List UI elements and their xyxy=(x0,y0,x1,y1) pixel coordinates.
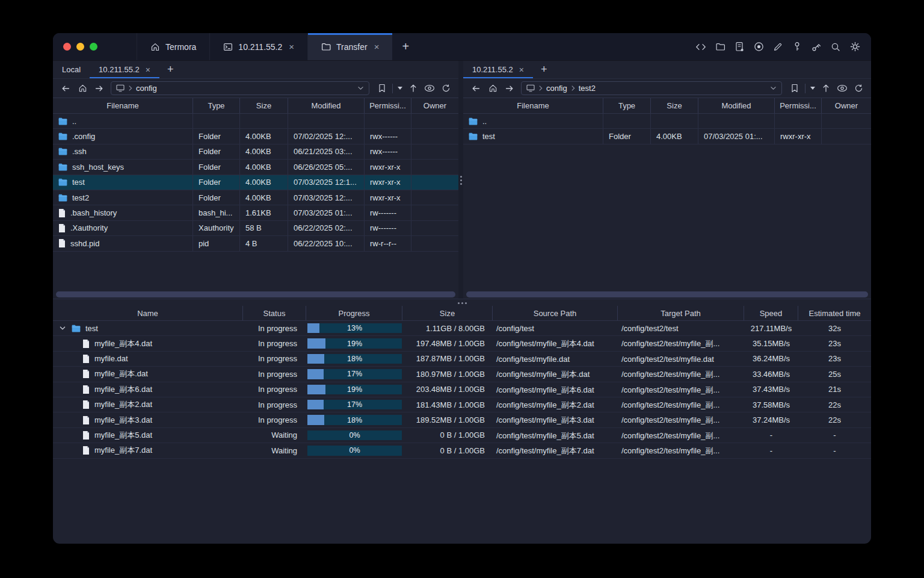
transfer-row[interactable]: myfile_副本3.datIn progress18%189.52MB / 1… xyxy=(53,412,871,427)
column-header[interactable]: Progress xyxy=(306,306,402,320)
column-header[interactable]: Type xyxy=(603,98,651,113)
transfer-row[interactable]: myfile_副本7.datWaiting0%0 B / 1.00GB/conf… xyxy=(53,443,871,458)
column-header[interactable]: Modified xyxy=(698,98,775,113)
column-header[interactable]: Filename xyxy=(53,98,193,113)
tab-remote-session[interactable]: 10.211.55.2 × xyxy=(463,61,533,78)
column-header[interactable]: Source Path xyxy=(493,306,618,320)
tab-remote-session[interactable]: 10.211.55.2 × xyxy=(90,61,159,78)
file-row[interactable]: .configFolder4.00KB07/02/2025 12:...rwx-… xyxy=(53,129,458,144)
minimize-window-button[interactable] xyxy=(76,43,84,51)
log-icon[interactable] xyxy=(733,40,746,54)
column-header[interactable]: Type xyxy=(193,98,240,113)
tab-session[interactable]: 10.211.55.2 × xyxy=(209,33,307,60)
forward-icon[interactable] xyxy=(502,81,517,96)
column-header[interactable]: Filename xyxy=(463,98,603,113)
tab-termora[interactable]: Termora xyxy=(137,33,209,60)
scrollbar-thumb[interactable] xyxy=(56,291,455,297)
column-header[interactable]: Permissi... xyxy=(775,98,822,113)
estimated-time-cell: 32s xyxy=(798,321,871,335)
column-header[interactable]: Size xyxy=(402,306,493,320)
file-row[interactable]: sshd.pidpid4 B06/22/2025 10:...rw-r--r-- xyxy=(53,236,458,251)
zoom-window-button[interactable] xyxy=(90,43,97,51)
column-header[interactable]: Status xyxy=(243,306,306,320)
keychain-icon[interactable] xyxy=(810,40,823,54)
bookmark-icon[interactable] xyxy=(374,81,390,96)
close-tab-icon[interactable]: × xyxy=(289,42,294,52)
right-table-body: ..testFolder4.00KB07/03/2025 01:...rwxr-… xyxy=(463,114,871,290)
file-row[interactable]: .. xyxy=(53,114,458,129)
path-segment[interactable]: test2 xyxy=(579,84,596,93)
column-header[interactable]: Owner xyxy=(822,98,871,113)
scrollbar-thumb[interactable] xyxy=(466,291,868,297)
bookmark-icon[interactable] xyxy=(787,81,802,96)
file-row[interactable]: ssh_host_keysFolder4.00KB06/26/2025 05:.… xyxy=(53,160,458,175)
column-header[interactable]: Speed xyxy=(744,306,798,320)
transfer-row[interactable]: myfile.datIn progress18%187.87MB / 1.00G… xyxy=(53,352,871,367)
add-panel-tab-button[interactable]: + xyxy=(533,61,555,78)
home-icon[interactable] xyxy=(485,81,500,96)
caret-down-icon[interactable] xyxy=(808,87,818,90)
column-header[interactable]: Modified xyxy=(288,98,365,113)
home-icon[interactable] xyxy=(75,81,90,96)
upload-icon[interactable] xyxy=(818,81,834,96)
tab-transfer[interactable]: Transfer × xyxy=(307,33,392,60)
transfer-row[interactable]: myfile_副本5.datWaiting0%0 B / 1.00GB/conf… xyxy=(53,428,871,443)
column-header[interactable]: Permissi... xyxy=(365,98,411,113)
record-icon[interactable] xyxy=(752,40,765,54)
transfer-row[interactable]: myfile_副本4.datIn progress19%197.48MB / 1… xyxy=(53,336,871,351)
transfer-row[interactable]: myfile_副本.datIn progress17%180.97MB / 1.… xyxy=(53,367,871,382)
file-row[interactable]: test2Folder4.00KB07/03/2025 12:...rwxr-x… xyxy=(53,190,458,205)
upload-icon[interactable] xyxy=(405,81,421,96)
file-row[interactable]: testFolder4.00KB07/03/2025 01:...rwxr-xr… xyxy=(463,129,871,144)
code-icon[interactable] xyxy=(694,40,707,54)
tab-local[interactable]: Local xyxy=(53,61,90,78)
permissions-cell: rwx------ xyxy=(365,129,411,143)
left-path-bar[interactable]: config xyxy=(111,81,369,95)
path-segment[interactable]: config xyxy=(546,84,567,93)
horizontal-splitter[interactable] xyxy=(53,299,871,306)
column-header[interactable]: Estimated time xyxy=(798,306,871,320)
close-tab-icon[interactable]: × xyxy=(374,42,380,52)
edit-icon[interactable] xyxy=(771,40,784,54)
file-row[interactable]: testFolder4.00KB07/03/2025 12:1...rwxr-x… xyxy=(53,175,458,190)
back-icon[interactable] xyxy=(468,81,484,96)
transfer-row[interactable]: myfile_副本2.datIn progress17%181.43MB / 1… xyxy=(53,397,871,412)
transfer-row[interactable]: testIn progress13%1.11GB / 8.00GB/config… xyxy=(53,321,871,336)
file-row[interactable]: .. xyxy=(463,114,871,129)
forward-icon[interactable] xyxy=(91,81,107,96)
chevron-down-icon[interactable] xyxy=(357,86,364,90)
refresh-icon[interactable] xyxy=(851,81,866,96)
add-panel-tab-button[interactable]: + xyxy=(159,61,182,78)
filename-label: .bash_history xyxy=(70,208,117,217)
right-path-bar[interactable]: config test2 xyxy=(521,81,782,95)
expand-chevron-icon[interactable] xyxy=(58,326,67,330)
column-header[interactable]: Size xyxy=(651,98,698,113)
refresh-icon[interactable] xyxy=(438,81,454,96)
column-header[interactable]: Size xyxy=(240,98,288,113)
close-tab-icon[interactable]: × xyxy=(519,65,524,75)
settings-icon[interactable] xyxy=(848,40,861,54)
file-row[interactable]: .XauthorityXauthority58 B06/22/2025 02:.… xyxy=(53,221,458,236)
folder-icon[interactable] xyxy=(713,40,727,54)
back-icon[interactable] xyxy=(58,81,73,96)
file-icon xyxy=(58,224,66,232)
new-tab-button[interactable]: + xyxy=(392,33,419,60)
path-segment[interactable]: config xyxy=(136,84,157,93)
transfer-row[interactable]: myfile_副本6.datIn progress19%203.48MB / 1… xyxy=(53,382,871,397)
key-icon[interactable] xyxy=(790,40,804,54)
eye-icon[interactable] xyxy=(834,81,850,96)
type-cell: Folder xyxy=(193,144,240,159)
computer-icon xyxy=(116,84,125,92)
column-header[interactable]: Owner xyxy=(411,98,458,113)
search-icon[interactable] xyxy=(829,40,842,54)
eye-icon[interactable] xyxy=(422,81,437,96)
caret-down-icon[interactable] xyxy=(395,87,405,90)
column-header[interactable]: Name xyxy=(53,306,243,320)
file-row[interactable]: .bash_historybash_hi...1.61KB07/03/2025 … xyxy=(53,205,458,220)
vertical-splitter[interactable] xyxy=(458,61,463,299)
close-window-button[interactable] xyxy=(63,43,71,51)
file-row[interactable]: .sshFolder4.00KB06/21/2025 03:...rwx----… xyxy=(53,144,458,160)
column-header[interactable]: Target Path xyxy=(618,306,744,320)
close-tab-icon[interactable]: × xyxy=(146,65,150,75)
chevron-down-icon[interactable] xyxy=(770,86,777,90)
